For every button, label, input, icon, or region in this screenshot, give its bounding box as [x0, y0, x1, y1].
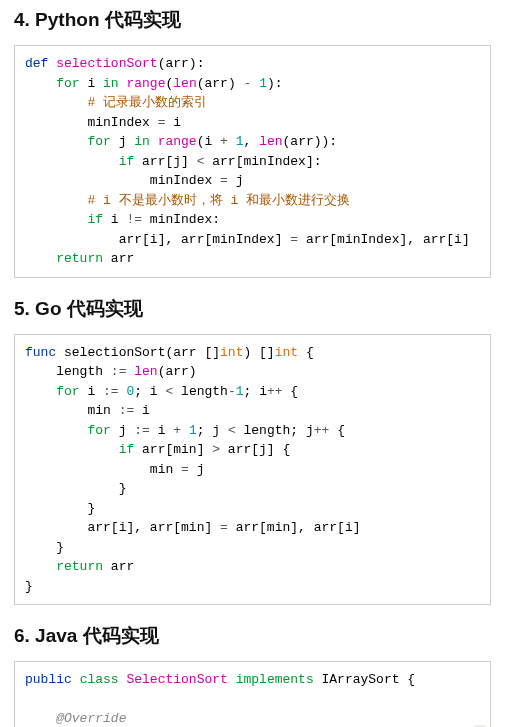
code-block-java: public class SelectionSort implements IA… [14, 661, 491, 727]
section-heading-go: 5. Go 代码实现 [14, 296, 491, 322]
section-heading-python: 4. Python 代码实现 [14, 7, 491, 33]
code-block-go: func selectionSort(arr []int) []int { le… [14, 334, 491, 606]
code-block-python: def selectionSort(arr): for i in range(l… [14, 45, 491, 278]
section-heading-java: 6. Java 代码实现 [14, 623, 491, 649]
